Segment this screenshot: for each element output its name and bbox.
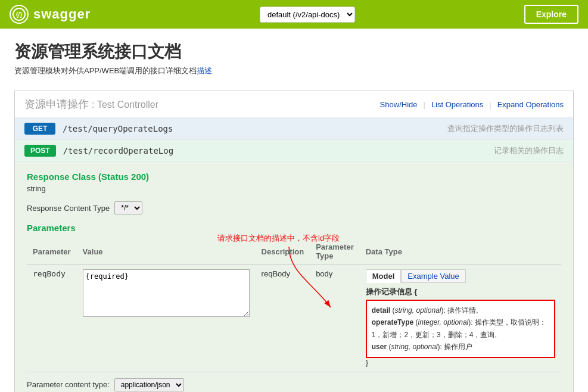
model-field-detail: detail (string, optional): 操作详情, — [372, 304, 549, 316]
annotation-text: 请求接口文档的描述中，不含id字段 — [217, 233, 340, 244]
api-selector[interactable]: default (/v2/api-docs) — [260, 7, 355, 23]
swagger-logo-text: swagger — [33, 7, 91, 22]
content-type-label: Response Content Type — [27, 204, 110, 213]
section-header: 资源申请操作 : Test Controller Show/Hide | Lis… — [15, 91, 573, 118]
model-body: detail (string, optional): 操作详情, operate… — [366, 300, 555, 358]
col-data-type: Data Type — [360, 239, 561, 265]
params-table: Parameter Value Description ParameterTyp… — [27, 239, 561, 372]
param-content-type-row: Parameter content type: application/json — [27, 378, 561, 391]
model-title: 操作记录信息 { — [366, 287, 555, 297]
model-field-operatetype: operateType (integer, optional): 操作类型，取值… — [372, 316, 549, 341]
content-type-select[interactable]: */* — [114, 201, 142, 214]
subtitle-link[interactable]: 描述 — [197, 66, 212, 75]
expanded-content: Response Class (Status 200) string Respo… — [15, 162, 573, 392]
show-hide-link[interactable]: Show/Hide — [380, 100, 418, 109]
content-type-row: Response Content Type */* — [27, 201, 561, 214]
get-method-badge: GET — [24, 123, 55, 135]
post-api-desc: 记录相关的操作日志 — [494, 145, 564, 156]
section-actions: Show/Hide | List Operations | Expand Ope… — [380, 100, 564, 109]
model-tab[interactable]: Model — [366, 269, 402, 283]
section-title: 资源申请操作 : Test Controller — [24, 97, 158, 111]
logo-area: {/} swagger — [10, 5, 91, 24]
get-api-path: /test/queryOperateLogs — [63, 124, 447, 133]
params-area: 请求接口文档的描述中，不含id字段 Parameter Value — [27, 239, 561, 372]
param-desc-cell: reqBody — [256, 265, 310, 372]
param-textarea[interactable]: {required} — [83, 269, 250, 317]
parameters-title: Parameters — [27, 223, 561, 233]
param-value-cell: {required} — [77, 265, 256, 372]
table-row: reqBody {required} reqBody body — [27, 265, 561, 372]
model-field-user: user (string, optional): 操作用户 — [372, 341, 549, 353]
api-section: 资源申请操作 : Test Controller Show/Hide | Lis… — [14, 91, 574, 392]
api-post-row[interactable]: POST /test/recordOperateLog 记录相关的操作日志 — [15, 140, 573, 162]
list-operations-link[interactable]: List Operations — [431, 100, 483, 109]
api-docs-select[interactable]: default (/v2/api-docs) — [260, 7, 355, 23]
param-data-type-cell: Model Example Value 操作记录信息 { detail — [360, 265, 561, 372]
get-api-desc: 查询指定操作类型的操作日志列表 — [447, 123, 564, 134]
param-name-cell: reqBody — [27, 265, 77, 372]
model-tabs: Model Example Value — [366, 269, 555, 283]
api-get-row[interactable]: GET /test/queryOperateLogs 查询指定操作类型的操作日志… — [15, 118, 573, 140]
example-value-tab[interactable]: Example Value — [401, 269, 465, 283]
header: {/} swagger default (/v2/api-docs) Explo… — [0, 0, 588, 29]
response-class-title: Response Class (Status 200) — [27, 172, 561, 182]
param-content-type-select[interactable]: application/json — [114, 378, 184, 391]
expand-operations-link[interactable]: Expand Operations — [497, 100, 564, 109]
main-content: 资源管理系统接口文档 资源管理模块对外供APP/WEB端调用的接口详细文档描述 … — [0, 29, 588, 392]
post-method-badge: POST — [24, 145, 56, 157]
svg-text:{/}: {/} — [16, 11, 23, 18]
explore-button[interactable]: Explore — [524, 5, 578, 24]
col-parameter: Parameter — [27, 239, 77, 265]
response-type: string — [27, 184, 561, 193]
page-title: 资源管理系统接口文档 — [14, 41, 574, 63]
model-close: } — [366, 358, 555, 367]
param-type-cell: body — [310, 265, 360, 372]
post-api-path: /test/recordOperateLog — [63, 146, 494, 155]
swagger-logo-icon: {/} — [10, 5, 29, 24]
page-subtitle: 资源管理模块对外供APP/WEB端调用的接口详细文档描述 — [14, 66, 574, 76]
param-content-type-label: Parameter content type: — [27, 380, 110, 389]
